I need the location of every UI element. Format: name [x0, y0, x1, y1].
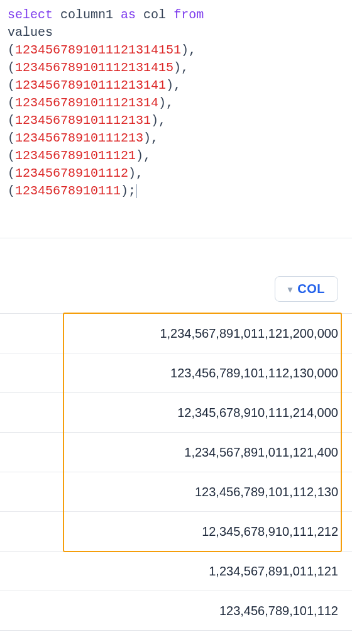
cell-value: 123,456,789,101,112,130,000: [170, 366, 338, 380]
table-row[interactable]: 12,345,678,910,111: [0, 631, 352, 644]
cell-value: 123,456,789,101,112: [219, 604, 338, 618]
results-panel: ▾ COL 1,234,567,891,011,121,200,000123,4…: [0, 238, 352, 644]
table-row[interactable]: 12,345,678,910,111,212: [0, 512, 352, 552]
chevron-down-icon: ▾: [288, 284, 293, 294]
cell-value: 1,234,567,891,011,121,200,000: [160, 326, 338, 341]
table-row[interactable]: 1,234,567,891,011,121: [0, 552, 352, 591]
sql-editor[interactable]: select column1 as col from values (12345…: [0, 0, 352, 238]
cell-value: 12,345,678,910,111,214,000: [177, 406, 338, 420]
results-table: 1,234,567,891,011,121,200,000123,456,789…: [0, 313, 352, 644]
text-cursor: [136, 184, 137, 198]
cell-value: 12,345,678,910,111,212: [202, 525, 338, 539]
table-row[interactable]: 123,456,789,101,112: [0, 591, 352, 631]
cell-value: 123,456,789,101,112,130: [195, 485, 338, 499]
column-header-button[interactable]: ▾ COL: [275, 276, 338, 302]
table-row[interactable]: 12,345,678,910,111,214,000: [0, 393, 352, 433]
table-row[interactable]: 123,456,789,101,112,130,000: [0, 353, 352, 393]
column-label: COL: [297, 282, 325, 296]
table-row[interactable]: 123,456,789,101,112,130: [0, 472, 352, 512]
table-row[interactable]: 1,234,567,891,011,121,200,000: [0, 314, 352, 353]
cell-value: 1,234,567,891,011,121: [209, 564, 338, 579]
table-row[interactable]: 1,234,567,891,011,121,400: [0, 433, 352, 472]
cell-value: 1,234,567,891,011,121,400: [184, 445, 338, 460]
